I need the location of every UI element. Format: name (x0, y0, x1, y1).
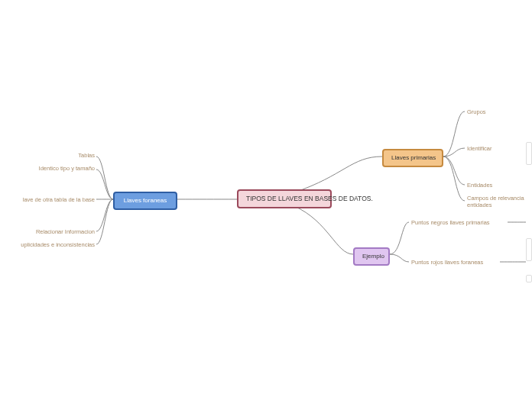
leaf-primarias-1[interactable]: Identificar (467, 145, 492, 152)
node-foraneas[interactable]: Llaves foraneas (113, 192, 177, 210)
mindmap-canvas: TIPOS DE LLAVES EN BASES DE DATOS. Llave… (0, 0, 532, 397)
leaf-foraneas-1[interactable]: Identico tipo y tamaño (39, 165, 95, 172)
node-primarias[interactable]: Llaves primarias (382, 149, 443, 167)
side-widget-bottom[interactable] (526, 275, 532, 282)
leaf-foraneas-3[interactable]: Relacionar Informacion (36, 228, 95, 235)
node-ejemplo[interactable]: Ejemplo (353, 247, 390, 266)
leaf-primarias-0[interactable]: Grupos (467, 108, 486, 115)
leaf-foraneas-4[interactable]: uplicidades e inconsistencias (21, 241, 95, 248)
side-widget-mid[interactable] (526, 238, 532, 261)
leaf-primarias-2[interactable]: Entidades (467, 182, 492, 189)
leaf-primarias-3[interactable]: Campos de relevancia entidades (467, 195, 524, 208)
leaf-foraneas-0[interactable]: Tablas (78, 152, 95, 159)
leaf-ejemplo-0[interactable]: Puntos negros llaves primarias (411, 219, 490, 226)
leaf-ejemplo-1[interactable]: Puntos rojos llaves foraneas (411, 259, 483, 266)
leaf-foraneas-2[interactable]: lave de otra tabla de la base (23, 196, 95, 203)
central-node[interactable]: TIPOS DE LLAVES EN BASES DE DATOS. (237, 189, 332, 208)
side-widget-top[interactable] (526, 142, 532, 165)
